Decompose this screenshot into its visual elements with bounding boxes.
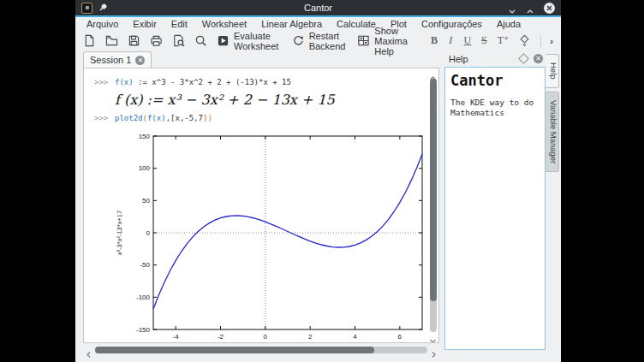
toolbar-separator [540,35,541,47]
titlebar-left [81,0,184,15]
tab-session-1[interactable]: Session 1 ✕ [83,51,152,68]
evaluate-icon [217,34,230,47]
tab-close-icon[interactable]: ✕ [135,56,145,65]
scroll-left-icon[interactable] [85,347,92,354]
help-content: Cantor The KDE way to do Mathematics [444,67,546,350]
prompt-1: >>> [94,77,115,87]
tab-bar: Session 1 ✕ [83,50,439,68]
menu-worksheet[interactable]: Worksheet [202,19,247,29]
menubar: Arquivo Exibir Edit Worksheet Linear Alg… [75,17,561,31]
worksheet[interactable]: >>> f(x) := x^3 - 3*x^2 + 2 + (-13)*x + … [83,68,439,343]
tab-label: Session 1 [90,55,131,65]
help-heading: Cantor [450,72,540,89]
horizontal-scroll-thumb[interactable] [95,347,374,353]
menu-arquivo[interactable]: Arquivo [86,19,118,29]
command-2[interactable]: plot2d(f(x),[x,-5,7]) [115,113,212,123]
maxima-help-icon [357,34,370,47]
restart-icon [292,34,305,47]
float-panel-icon[interactable] [518,53,529,64]
svg-text:6: 6 [398,333,402,341]
command-1[interactable]: f(x) := x^3 - 3*x^2 + 2 + (-13)*x + 15 [115,77,291,87]
close-icon[interactable] [544,3,555,14]
svg-text:2: 2 [308,333,313,341]
help-panel: Help ✕ Cantor The KDE way to do Mathemat… [444,50,546,362]
superscript-button[interactable]: T⁺ [498,34,509,47]
vertical-scroll-track[interactable] [430,79,437,332]
help-panel-title: Help [449,54,520,64]
horizontal-scrollbar[interactable] [83,345,439,355]
text-color-icon[interactable] [518,34,531,47]
maximize-icon[interactable] [526,3,534,12]
new-document-icon[interactable] [83,34,96,47]
help-body-text: The KDE way to do Mathematics [450,98,540,119]
minimize-icon[interactable] [508,3,516,12]
svg-text:100: 100 [139,164,151,172]
evaluate-worksheet-button[interactable]: Evaluate Worksheet [217,31,283,51]
restart-label: Restart Backend [309,31,349,51]
menu-ajuda[interactable]: Ajuda [497,19,521,29]
window-controls [452,3,555,14]
svg-text:0: 0 [146,229,151,237]
worksheet-column: Session 1 ✕ >>> f(x) := x^3 - 3*x^2 + 2 … [83,50,439,362]
svg-text:-50: -50 [140,261,150,269]
scroll-up-icon[interactable] [429,70,437,78]
help-close-icon[interactable]: ✕ [534,54,543,63]
svg-text:-150: -150 [136,326,151,334]
save-icon[interactable] [128,34,140,47]
svg-text:-4: -4 [173,333,180,341]
menu-linear-algebra[interactable]: Linear Algebra [261,19,322,29]
vertical-scrollbar[interactable] [428,70,438,341]
menu-edit[interactable]: Edit [171,19,188,29]
side-tab-variable-manager[interactable]: Variable Manager [546,92,559,172]
rendered-formula: f (x) := x³ − 3x² + 2 − 13x + 15 [115,92,438,108]
svg-text:0: 0 [264,333,268,341]
desktop: { "titlebar": { "title": "Cantor" }, "me… [0,0,644,362]
toolbar-overflow-button[interactable]: › [550,36,553,46]
main-area: Session 1 ✕ >>> f(x) := x^3 - 3*x^2 + 2 … [75,50,561,362]
window-title: Cantor [184,3,452,13]
help-panel-header: Help ✕ [444,50,546,67]
toolbar: Evaluate Worksheet Restart Backend Show … [75,31,561,50]
evaluate-label: Evaluate Worksheet [234,31,283,51]
svg-text:-100: -100 [136,294,151,301]
find-icon[interactable] [194,34,207,47]
pin-icon[interactable] [98,0,108,15]
command-entry-2[interactable]: >>> plot2d(f(x),[x,-5,7]) [84,113,438,123]
underline-button[interactable]: U [464,34,472,47]
restart-backend-button[interactable]: Restart Backend [292,31,349,51]
scroll-down-icon[interactable] [429,333,437,341]
scroll-right-icon[interactable] [430,347,438,354]
italic-button[interactable]: I [447,34,454,47]
vertical-scroll-thumb[interactable] [430,79,437,301]
horizontal-scroll-track[interactable] [95,347,427,353]
plot2d-chart: -4-20246-150-100-50050100150x³-3*x²-13*x… [112,129,434,343]
command-entry-1[interactable]: >>> f(x) := x^3 - 3*x^2 + 2 + (-13)*x + … [84,77,438,87]
strikethrough-button[interactable]: S [480,34,487,47]
svg-text:150: 150 [139,133,151,140]
cantor-window: Cantor Arquivo Exibir Edit Worksheet Lin… [75,0,561,362]
svg-text:-2: -2 [218,333,224,341]
side-tab-strip: Help Variable Manager [546,50,561,362]
side-tab-help[interactable]: Help [546,54,559,88]
bold-button[interactable]: B [431,34,438,47]
print-preview-icon[interactable] [172,34,185,47]
open-folder-icon[interactable] [105,34,118,47]
menu-configuracoes[interactable]: Configurações [421,19,482,29]
prompt-2: >>> [94,113,115,123]
menu-exibir[interactable]: Exibir [133,19,157,29]
titlebar: Cantor [75,0,561,15]
print-icon[interactable] [150,34,163,47]
plot-result: -4-20246-150-100-50050100150x³-3*x²-13*x… [112,129,438,343]
app-icon[interactable] [81,3,92,14]
svg-text:4: 4 [353,333,357,341]
svg-text:x³-3*x²-13*x+17: x³-3*x²-13*x+17 [116,211,123,255]
svg-text:50: 50 [142,197,150,205]
